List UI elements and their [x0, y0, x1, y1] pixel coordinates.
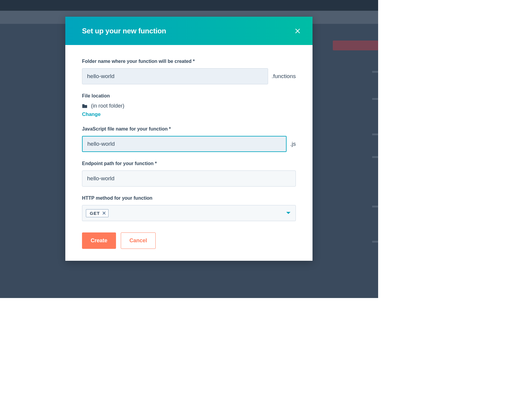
chip-remove-icon[interactable] — [102, 211, 106, 215]
folder-name-suffix: .functions — [272, 73, 296, 80]
create-function-modal: Set up your new function Folder name whe… — [65, 17, 313, 261]
js-file-label: JavaScript file name for your function * — [82, 126, 296, 132]
file-location-path: (in root folder) — [91, 103, 124, 109]
svg-rect-2 — [82, 104, 84, 105]
file-location-label: File location — [82, 93, 296, 99]
js-file-field: JavaScript file name for your function *… — [82, 126, 296, 152]
modal-footer: Create Cancel — [82, 232, 296, 249]
file-location-field: File location (in root folder) Change — [82, 93, 296, 117]
close-icon[interactable] — [293, 27, 302, 35]
modal-title: Set up your new function — [82, 27, 166, 35]
app-topbar — [0, 0, 378, 11]
chevron-down-icon — [286, 211, 291, 215]
folder-name-field: Folder name where your function will be … — [82, 59, 296, 84]
endpoint-field: Endpoint path for your function * — [82, 161, 296, 187]
modal-header: Set up your new function — [65, 17, 313, 45]
http-method-chip: GET — [86, 209, 109, 217]
change-location-link[interactable]: Change — [82, 111, 100, 117]
http-method-select[interactable]: GET — [82, 205, 296, 221]
http-method-label: HTTP method for your function — [82, 195, 296, 201]
endpoint-input[interactable] — [82, 170, 296, 187]
folder-icon — [82, 104, 87, 108]
http-method-field: HTTP method for your function GET — [82, 195, 296, 221]
modal-body: Folder name where your function will be … — [65, 45, 313, 261]
folder-name-input[interactable] — [82, 68, 268, 84]
endpoint-label: Endpoint path for your function * — [82, 161, 296, 166]
folder-name-label: Folder name where your function will be … — [82, 59, 296, 64]
js-file-input[interactable] — [82, 136, 287, 152]
cancel-button[interactable]: Cancel — [121, 232, 156, 249]
js-file-suffix: .js — [290, 141, 296, 147]
create-button[interactable]: Create — [82, 232, 116, 249]
http-method-chip-label: GET — [90, 211, 100, 216]
